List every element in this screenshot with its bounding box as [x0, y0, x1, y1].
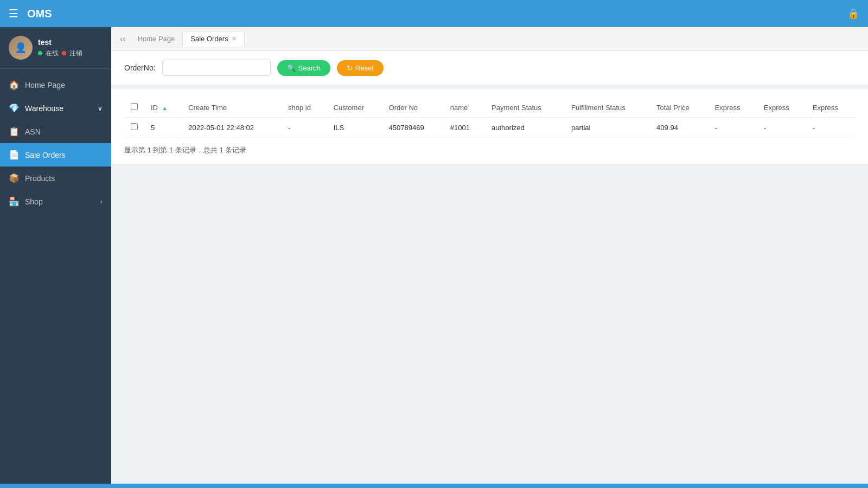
tab-back-button[interactable]: ‹‹	[116, 31, 130, 47]
main-layout: 👤 test 在线 注销 🏠 Home Page 💎 Warehouse	[0, 27, 868, 484]
avatar-image: 👤	[9, 36, 33, 60]
reset-button-label: Reset	[355, 64, 374, 72]
header-right: 🔒	[847, 8, 859, 20]
sidebar-item-home[interactable]: 🏠 Home Page	[0, 73, 111, 97]
data-table: ID ▲ Create Time shop id Customer Order …	[124, 98, 855, 138]
sidebar-item-asn[interactable]: 📋 ASN	[0, 120, 111, 143]
sidebar-label-shop: Shop	[25, 197, 43, 206]
row-checkbox[interactable]	[131, 123, 138, 130]
shop-icon: 🏪	[9, 196, 20, 207]
online-label: 在线	[46, 49, 59, 58]
app-title: OMS	[27, 8, 52, 20]
header-express3: Express	[806, 98, 855, 118]
user-section: 👤 test 在线 注销	[0, 27, 111, 69]
reset-icon: ↻	[347, 64, 353, 72]
shop-arrow-icon: ‹	[100, 198, 103, 206]
order-no-label: OrderNo:	[124, 63, 156, 72]
top-header: ☰ OMS 🔒	[0, 0, 868, 27]
warehouse-icon: 💎	[9, 103, 20, 113]
header-express2: Express	[757, 98, 806, 118]
sale-orders-icon: 📄	[9, 150, 20, 160]
cell-total-price: 409.94	[650, 118, 709, 138]
header-shop-id: shop id	[282, 98, 327, 118]
search-section: OrderNo: 🔍 Search ↻ Reset	[111, 51, 868, 85]
table-section: ID ▲ Create Time shop id Customer Order …	[111, 89, 868, 164]
cell-customer: ILS	[327, 118, 382, 138]
header-order-no: Order No	[382, 98, 444, 118]
home-icon: 🏠	[9, 80, 20, 90]
cell-name: #1001	[444, 118, 485, 138]
tab-bar: ‹‹ Home Page Sale Orders ✕	[111, 27, 868, 51]
bottom-bar	[0, 484, 868, 488]
cell-shop-id: -	[282, 118, 327, 138]
sidebar-item-sale-orders[interactable]: 📄 Sale Orders	[0, 143, 111, 166]
cell-express2: -	[757, 118, 806, 138]
sort-icon: ▲	[162, 105, 168, 111]
sidebar: 👤 test 在线 注销 🏠 Home Page 💎 Warehouse	[0, 27, 111, 484]
cell-fulfillment-status: partial	[565, 118, 650, 138]
sidebar-label-home: Home Page	[25, 81, 65, 89]
header-total-price: Total Price	[650, 98, 709, 118]
username: test	[38, 38, 82, 47]
header-express1: Express	[709, 98, 757, 118]
sidebar-label-warehouse: Warehouse	[25, 104, 63, 113]
search-button[interactable]: 🔍 Search	[277, 60, 330, 76]
content-area: ‹‹ Home Page Sale Orders ✕ OrderNo: 🔍 Se…	[111, 27, 868, 484]
tab-home-label: Home Page	[138, 35, 175, 43]
sidebar-label-sale-orders: Sale Orders	[25, 151, 66, 159]
cell-payment-status: authorized	[485, 118, 565, 138]
logout-label: 注销	[69, 49, 82, 58]
header-payment-status: Payment Status	[485, 98, 565, 118]
header-id: ID ▲	[144, 98, 182, 118]
table-row: 5 2022-05-01 22:48:02 - ILS 450789469 #1…	[124, 118, 855, 138]
tab-home-page[interactable]: Home Page	[130, 31, 183, 46]
reset-button[interactable]: ↻ Reset	[337, 60, 384, 76]
header-left: ☰ OMS	[9, 7, 52, 20]
sidebar-nav: 🏠 Home Page 💎 Warehouse ∨ 📋 ASN 📄 Sale O…	[0, 69, 111, 217]
header-checkbox-col	[124, 98, 144, 118]
search-button-label: Search	[298, 64, 321, 72]
tab-sale-orders-label: Sale Orders	[190, 35, 228, 43]
order-no-input[interactable]	[162, 60, 271, 76]
lock-icon: 🔒	[847, 8, 859, 19]
user-status: 在线 注销	[38, 49, 82, 58]
warehouse-arrow-icon: ∨	[98, 105, 103, 112]
header-create-time: Create Time	[182, 98, 282, 118]
sidebar-item-shop[interactable]: 🏪 Shop ‹	[0, 190, 111, 213]
header-name: name	[444, 98, 485, 118]
cell-express1: -	[709, 118, 757, 138]
cell-order-no: 450789469	[382, 118, 444, 138]
user-info: test 在线 注销	[38, 38, 82, 58]
products-icon: 📦	[9, 173, 20, 183]
tab-sale-orders[interactable]: Sale Orders ✕	[182, 31, 244, 47]
hamburger-icon[interactable]: ☰	[9, 7, 18, 20]
cell-express3: -	[806, 118, 855, 138]
select-all-checkbox[interactable]	[131, 103, 138, 110]
logout-dot	[62, 51, 66, 55]
row-checkbox-col	[124, 118, 144, 138]
sidebar-item-warehouse[interactable]: 💎 Warehouse ∨	[0, 97, 111, 120]
asn-icon: 📋	[9, 126, 20, 137]
header-customer: Customer	[327, 98, 382, 118]
online-dot	[38, 51, 42, 55]
header-fulfillment-status: Fulfillment Status	[565, 98, 650, 118]
cell-create-time: 2022-05-01 22:48:02	[182, 118, 282, 138]
tab-close-icon[interactable]: ✕	[232, 35, 237, 42]
pagination-info: 显示第 1 到第 1 条记录，总共 1 条记录	[124, 145, 855, 155]
sidebar-item-products[interactable]: 📦 Products	[0, 166, 111, 190]
page-content: OrderNo: 🔍 Search ↻ Reset	[111, 51, 868, 484]
search-icon: 🔍	[287, 64, 296, 72]
sidebar-label-products: Products	[25, 174, 55, 183]
avatar: 👤	[9, 36, 33, 60]
cell-id: 5	[144, 118, 182, 138]
sidebar-label-asn: ASN	[25, 127, 41, 136]
